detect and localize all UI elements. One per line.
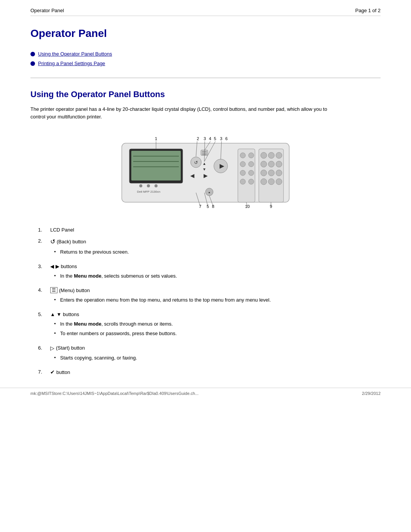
item-3-bullet-1: In the Menu mode, selects submenus or se… — [54, 272, 381, 280]
item-7-number: 7. — [38, 369, 47, 375]
list-item-7: 7. ✔ button — [38, 369, 381, 375]
item-5-label: buttons — [63, 312, 79, 317]
svg-point-36 — [276, 179, 282, 185]
back-icon: ↺ — [50, 238, 55, 245]
list-item-6: 6. ▷ (Start) button Starts copying, scan… — [38, 345, 381, 364]
svg-point-34 — [261, 179, 267, 185]
svg-point-38 — [240, 153, 245, 158]
item-1-content: LCD Panel — [50, 227, 381, 233]
item-2-content: ↺ (Back) button Returns to the previous … — [50, 238, 381, 258]
item-3-content: ◀ ▶ buttons In the Menu mode, selects su… — [50, 264, 381, 282]
svg-point-42 — [240, 170, 245, 176]
toc-bullet-1 — [30, 52, 35, 56]
toc-item-2: Printing a Panel Settings Page — [30, 61, 381, 66]
svg-point-41 — [249, 161, 254, 167]
item-4-bullet-1: Enters the operation menu from the top m… — [54, 296, 381, 304]
up-down-arrows-icon: ▲ ▼ — [50, 312, 61, 317]
svg-point-40 — [240, 161, 245, 167]
item-7-label: button — [56, 369, 70, 375]
svg-text:▼: ▼ — [202, 167, 206, 171]
svg-text:▲: ▲ — [202, 161, 206, 166]
diagram-container: Dell MFP 2130cn ↺ ◀ ▶ ▲ ▼ ▶ ● — [30, 128, 381, 216]
item-1-number: 1. — [38, 227, 47, 233]
check-icon: ✔ — [50, 369, 55, 375]
svg-text:3: 3 — [220, 136, 222, 141]
svg-text:↺: ↺ — [194, 160, 198, 165]
item-1-label: LCD Panel — [50, 227, 74, 233]
svg-point-6 — [139, 184, 142, 187]
left-right-arrows-icon: ◀ ▶ — [50, 264, 59, 269]
svg-text:4: 4 — [209, 136, 211, 141]
svg-point-27 — [276, 152, 282, 158]
operator-panel-diagram: Dell MFP 2130cn ↺ ◀ ▶ ▲ ▼ ▶ ● — [110, 128, 301, 216]
toc-list: Using the Operator Panel Buttons Printin… — [30, 51, 381, 66]
item-5-content: ▲ ▼ buttons In the Menu mode, scrolls th… — [50, 312, 381, 340]
svg-text:●: ● — [209, 191, 210, 194]
svg-point-33 — [276, 170, 282, 176]
svg-point-31 — [261, 170, 267, 176]
item-5-number: 5. — [38, 312, 47, 317]
svg-point-26 — [268, 152, 274, 158]
item-4-label: (Menu) button — [59, 288, 90, 293]
svg-text:5: 5 — [214, 136, 216, 141]
toc-item-1: Using the Operator Panel Buttons — [30, 51, 381, 57]
section-divider — [30, 78, 381, 78]
toc-link-2[interactable]: Printing a Panel Settings Page — [38, 61, 105, 66]
list-item-5: 5. ▲ ▼ buttons In the Menu mode, scrolls… — [38, 312, 381, 340]
list-item-1: 1. LCD Panel — [38, 227, 381, 233]
list-item-4: 4. ☰ (Menu) button Enters the operation … — [38, 287, 381, 306]
item-5-bullet-2: To enter numbers or passwords, press the… — [54, 330, 381, 337]
header-right-label: Page 1 of 2 — [355, 8, 381, 13]
item-4-number: 4. — [38, 287, 47, 293]
svg-point-28 — [261, 161, 267, 167]
section-title-1: Using the Operator Panel Buttons — [30, 89, 381, 99]
svg-text:◀: ◀ — [190, 173, 194, 179]
footer-path: mk:@MSITStore:C:\Users\14JMIS~1\AppData\… — [30, 391, 199, 396]
item-6-bullet-1: Starts copying, scanning, or faxing. — [54, 354, 381, 362]
svg-point-35 — [268, 179, 274, 185]
svg-point-30 — [276, 161, 282, 167]
item-6-content: ▷ (Start) button Starts copying, scannin… — [50, 345, 381, 364]
svg-text:3: 3 — [204, 136, 206, 141]
toc-bullet-2 — [30, 61, 35, 66]
item-6-label: (Start) button — [56, 345, 85, 351]
svg-point-25 — [261, 152, 267, 158]
menu-icon: ☰ — [50, 287, 57, 293]
item-4-content: ☰ (Menu) button Enters the operation men… — [50, 287, 381, 306]
item-6-number: 6. — [38, 345, 47, 351]
svg-text:2: 2 — [197, 136, 199, 141]
svg-text:1: 1 — [155, 136, 157, 141]
svg-text:10: 10 — [245, 204, 250, 209]
toc-link-1[interactable]: Using the Operator Panel Buttons — [38, 51, 112, 57]
svg-text:8: 8 — [212, 204, 214, 209]
svg-text:6: 6 — [225, 136, 228, 141]
list-item-3: 3. ◀ ▶ buttons In the Menu mode, selects… — [38, 264, 381, 282]
item-7-content: ✔ button — [50, 369, 381, 375]
svg-text:7: 7 — [199, 204, 201, 209]
svg-point-43 — [249, 170, 254, 176]
svg-text:▶: ▶ — [220, 163, 225, 169]
start-icon: ▷ — [50, 345, 54, 351]
footer-date: 2/29/2012 — [362, 391, 381, 396]
list-item-2: 2. ↺ (Back) button Returns to the previo… — [38, 238, 381, 258]
page-footer: mk:@MSITStore:C:\Users\14JMIS~1\AppData\… — [0, 388, 411, 396]
svg-point-39 — [249, 153, 254, 158]
section-description-1: The printer operator panel has a 4-line … — [30, 105, 342, 120]
svg-point-29 — [268, 161, 274, 167]
item-2-number: 2. — [38, 238, 47, 244]
svg-point-44 — [240, 179, 245, 184]
item-2-label: (Back) button — [57, 239, 86, 244]
svg-text:▶: ▶ — [204, 173, 208, 179]
header-left-label: Operator Panel — [30, 8, 64, 13]
svg-point-45 — [249, 179, 254, 184]
svg-point-7 — [147, 184, 150, 187]
item-2-bullet-1: Returns to the previous screen. — [54, 248, 381, 256]
svg-point-32 — [268, 170, 274, 176]
item-3-label: buttons — [61, 264, 77, 269]
item-5-bullet-1: In the Menu mode, scrolls through menus … — [54, 320, 381, 328]
svg-text:Dell MFP 2130cn: Dell MFP 2130cn — [137, 190, 160, 193]
svg-text:5: 5 — [207, 204, 209, 209]
page-main-title: Operator Panel — [30, 27, 381, 40]
panel-items-list: 1. LCD Panel 2. ↺ (Back) button Returns … — [38, 227, 381, 375]
svg-rect-2 — [131, 151, 181, 181]
